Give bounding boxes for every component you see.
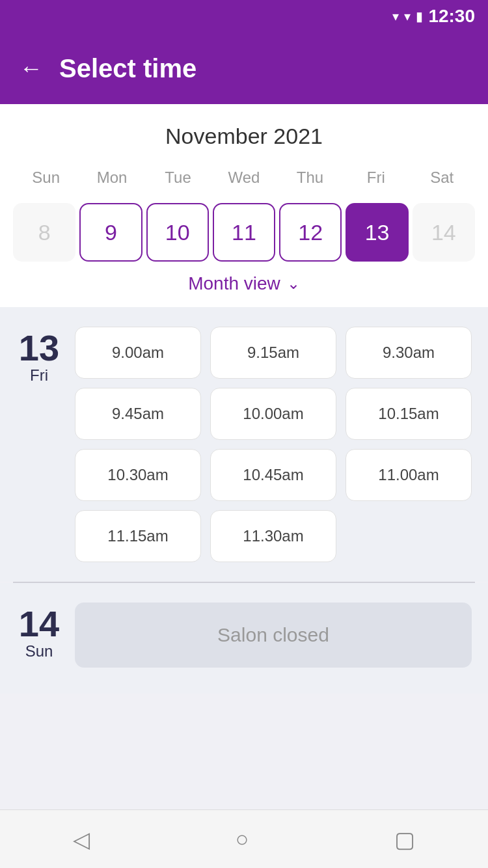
time-slot-1100am[interactable]: 11.00am (346, 449, 472, 501)
month-view-toggle[interactable]: Month view ⌄ (13, 262, 475, 307)
day-badge-13: 13 Fri (16, 327, 62, 385)
recent-nav-icon[interactable]: ▢ (394, 826, 415, 852)
page-title: Select time (59, 54, 197, 83)
status-time: 12:30 (428, 6, 475, 27)
day-9[interactable]: 9 (79, 203, 142, 262)
salon-closed-box: Salon closed (75, 603, 472, 668)
weekday-sat: Sat (409, 165, 475, 190)
day-number-13: 13 (19, 330, 59, 366)
weekday-mon: Mon (79, 165, 144, 190)
weekday-sun: Sun (13, 165, 79, 190)
chevron-down-icon: ⌄ (287, 275, 300, 293)
day-13[interactable]: 13 (346, 203, 408, 262)
day-8: 8 (13, 203, 75, 262)
weekday-thu: Thu (277, 165, 343, 190)
time-slot-915am[interactable]: 9.15am (210, 327, 336, 379)
signal-icon: ▾ (404, 8, 411, 24)
day-11[interactable]: 11 (213, 203, 275, 262)
header: ← Select time (0, 33, 488, 104)
closed-section-14: 14 Sun Salon closed (0, 583, 488, 694)
status-bar: ▾ ▾ ▮ 12:30 (0, 0, 488, 33)
calendar-section: November 2021 Sun Mon Tue Wed Thu Fri Sa… (0, 104, 488, 307)
time-slot-1015am[interactable]: 10.15am (346, 388, 472, 440)
month-label: November 2021 (13, 124, 475, 149)
month-view-label: Month view (188, 273, 280, 294)
day-badge-14: 14 Sun (16, 603, 62, 660)
bottom-nav: ◁ ○ ▢ (0, 809, 488, 868)
time-slot-1115am[interactable]: 11.15am (75, 510, 201, 562)
day-14: 14 (413, 203, 475, 262)
day-10[interactable]: 10 (146, 203, 209, 262)
day-name-13: Fri (30, 366, 48, 385)
weekday-wed: Wed (211, 165, 277, 190)
time-slot-900am[interactable]: 9.00am (75, 327, 201, 379)
wifi-icon: ▾ (392, 8, 399, 24)
day-name-14: Sun (25, 642, 53, 660)
time-slot-1000am[interactable]: 10.00am (210, 388, 336, 440)
day-number-14: 14 (19, 606, 59, 642)
back-nav-icon[interactable]: ◁ (73, 826, 90, 852)
calendar-days-row: 8 9 10 11 12 13 14 (13, 197, 475, 262)
time-grid-13: 9.00am 9.15am 9.30am 9.45am 10.00am 10.1… (75, 327, 472, 562)
time-slot-930am[interactable]: 9.30am (346, 327, 472, 379)
home-nav-icon[interactable]: ○ (236, 826, 249, 852)
time-slot-945am[interactable]: 9.45am (75, 388, 201, 440)
time-slot-1045am[interactable]: 10.45am (210, 449, 336, 501)
status-icons: ▾ ▾ ▮ 12:30 (392, 6, 475, 27)
day-12[interactable]: 12 (279, 203, 342, 262)
back-button[interactable]: ← (20, 57, 43, 80)
time-slot-1030am[interactable]: 10.30am (75, 449, 201, 501)
weekday-fri: Fri (343, 165, 409, 190)
time-section-13: 13 Fri 9.00am 9.15am 9.30am 9.45am 10.00… (0, 307, 488, 582)
salon-closed-label: Salon closed (217, 624, 329, 646)
weekday-row: Sun Mon Tue Wed Thu Fri Sat (13, 165, 475, 190)
time-slot-1130am[interactable]: 11.30am (210, 510, 336, 562)
weekday-tue: Tue (145, 165, 211, 190)
battery-icon: ▮ (416, 8, 423, 24)
